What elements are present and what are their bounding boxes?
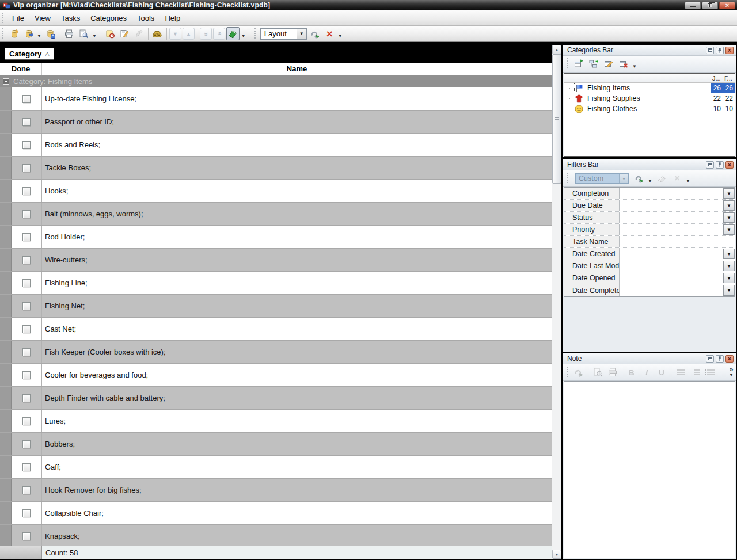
find-button[interactable]: [151, 27, 164, 40]
note-print-button[interactable]: [606, 366, 620, 379]
filter-dropdown-button[interactable]: ▼: [723, 224, 735, 235]
task-row[interactable]: Gaff;: [0, 456, 552, 479]
task-row[interactable]: Up-to-date Fishing License;: [0, 87, 552, 111]
panel-close-button[interactable]: ×: [725, 355, 734, 363]
task-checkbox[interactable]: [22, 532, 31, 540]
filter-preset-dropdown-button[interactable]: ▼: [619, 174, 628, 183]
task-row[interactable]: Hook Remover for big fishes;: [0, 479, 552, 502]
filter-value[interactable]: [620, 236, 735, 247]
filter-preset-combobox[interactable]: Custom ▼: [575, 173, 629, 184]
categories-toolbar-caret[interactable]: ▼: [632, 64, 637, 69]
menu-tools[interactable]: Tools: [132, 10, 159, 25]
filter-dropdown-button[interactable]: ▼: [723, 212, 735, 223]
panel-restore-button[interactable]: [706, 355, 714, 363]
clear-filter-button[interactable]: [655, 172, 669, 185]
bold-button[interactable]: B: [625, 366, 639, 379]
delete-layout-button[interactable]: ×: [323, 27, 336, 40]
toolbar-overflow-button[interactable]: »: [730, 367, 734, 372]
print-button[interactable]: [63, 27, 76, 40]
task-checkbox[interactable]: [22, 210, 31, 218]
group-by-category-chip[interactable]: Category △: [5, 48, 54, 60]
column-header-done[interactable]: Done: [0, 63, 42, 75]
task-row[interactable]: Wire-cutters;: [0, 249, 552, 272]
task-checkbox[interactable]: [22, 417, 31, 425]
toolbar-grip[interactable]: [566, 173, 569, 184]
note-editor[interactable]: [564, 381, 735, 558]
task-tools-button[interactable]: [132, 27, 146, 40]
panel-pin-button[interactable]: [716, 47, 724, 54]
task-row[interactable]: Rod Holder;: [0, 226, 552, 249]
note-toolbar-caret[interactable]: ▼: [729, 372, 734, 378]
customize-layout-button[interactable]: [309, 27, 322, 40]
open-database-button[interactable]: [22, 27, 35, 40]
toolbar-grip[interactable]: [2, 28, 5, 39]
panel-pin-button[interactable]: [716, 355, 724, 363]
scrollbar-thumb[interactable]: [552, 54, 561, 184]
task-checkbox[interactable]: [22, 463, 31, 471]
filters-toolbar-caret[interactable]: ▼: [686, 178, 690, 184]
edit-category-button[interactable]: [602, 58, 616, 71]
menu-tasks[interactable]: Tasks: [56, 10, 85, 25]
task-checkbox[interactable]: [22, 302, 31, 310]
task-checkbox[interactable]: [22, 371, 31, 379]
open-database-caret[interactable]: ▼: [37, 33, 41, 39]
view-mode-caret[interactable]: ▼: [241, 33, 246, 39]
task-row[interactable]: Collapsible Chair;: [0, 502, 552, 525]
underline-button[interactable]: U: [655, 366, 668, 379]
menu-help[interactable]: Help: [159, 10, 185, 25]
task-row[interactable]: Tackle Boxes;: [0, 157, 552, 180]
task-checkbox[interactable]: [22, 164, 31, 172]
task-row[interactable]: Knapsack;: [0, 525, 552, 546]
bullet-list-button[interactable]: [704, 366, 717, 379]
view-mode-button[interactable]: [226, 27, 240, 40]
note-customize-button[interactable]: [572, 366, 586, 379]
task-checkbox[interactable]: [22, 256, 31, 264]
layout-toolbar-caret[interactable]: ▼: [338, 33, 343, 39]
italic-button[interactable]: I: [640, 366, 654, 379]
move-up-button[interactable]: ▲: [183, 28, 195, 40]
layout-combobox[interactable]: Layout ▼: [260, 28, 307, 40]
category-row[interactable]: Fishing Items 26 26: [564, 83, 735, 93]
filter-value[interactable]: [620, 284, 723, 296]
task-row[interactable]: Passport or other ID;: [0, 111, 552, 134]
note-preview-button[interactable]: [591, 366, 605, 379]
close-button[interactable]: ×: [719, 2, 735, 9]
tree-column-header-1[interactable]: J...: [711, 74, 723, 82]
filter-value[interactable]: [620, 200, 723, 211]
filter-value[interactable]: [620, 260, 723, 272]
task-row[interactable]: Bobbers;: [0, 433, 552, 456]
menubar-grip[interactable]: [2, 13, 5, 23]
filter-value[interactable]: [620, 212, 723, 223]
task-row[interactable]: Fishing Line;: [0, 272, 552, 295]
task-checkbox[interactable]: [22, 233, 31, 241]
category-row[interactable]: Fishing Clothes 10 10: [564, 104, 735, 114]
add-subcategory-button[interactable]: [587, 58, 601, 71]
toolbar-grip[interactable]: [566, 58, 569, 70]
filter-value[interactable]: [620, 224, 723, 235]
filter-value[interactable]: [620, 188, 723, 199]
restore-button[interactable]: [702, 2, 718, 9]
column-header-name[interactable]: Name: [42, 63, 552, 75]
toolbar-grip[interactable]: [566, 367, 569, 378]
move-top-button[interactable]: »: [213, 28, 225, 40]
new-database-button[interactable]: [7, 27, 21, 40]
task-checkbox[interactable]: [22, 394, 31, 402]
add-category-button[interactable]: [572, 58, 586, 71]
panel-restore-button[interactable]: [706, 47, 714, 54]
task-checkbox[interactable]: [22, 95, 31, 103]
filter-dropdown-button[interactable]: ▼: [723, 261, 735, 271]
minimize-button[interactable]: [685, 2, 701, 9]
delete-filter-button[interactable]: ×: [670, 172, 684, 185]
new-task-button[interactable]: [104, 27, 117, 40]
filter-value[interactable]: [620, 272, 723, 284]
menu-view[interactable]: View: [29, 10, 56, 25]
list-vertical-scrollbar[interactable]: ▲ ▼: [552, 45, 561, 559]
task-checkbox[interactable]: [22, 486, 31, 494]
task-checkbox[interactable]: [22, 279, 31, 287]
print-preview-button[interactable]: [77, 27, 90, 40]
filter-dropdown-button[interactable]: ▼: [723, 285, 735, 296]
task-checkbox[interactable]: [22, 141, 31, 149]
collapse-icon[interactable]: [3, 78, 9, 85]
save-database-button[interactable]: [44, 27, 58, 40]
apply-filter-caret[interactable]: ▼: [648, 178, 652, 184]
